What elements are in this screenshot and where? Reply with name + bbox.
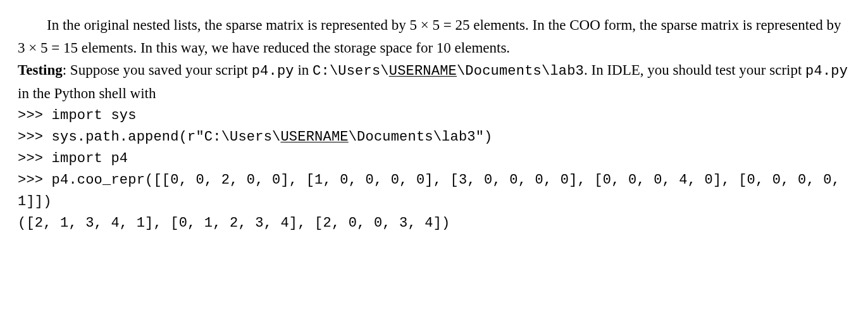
path-username: USERNAME	[389, 63, 457, 79]
path-post: \Documents\lab3	[457, 63, 584, 79]
testing-text-3: . In IDLE, you should test your script	[584, 62, 805, 78]
testing-paragraph: Testing: Suppose you saved your script p…	[18, 59, 850, 105]
script-name-2: p4.py	[805, 63, 848, 79]
intro-paragraph: In the original nested lists, the sparse…	[18, 14, 850, 59]
testing-text-1: : Suppose you saved your script	[63, 62, 252, 78]
code-line-2-user: USERNAME	[280, 129, 348, 145]
testing-text-4: in the Python shell with	[18, 85, 156, 101]
code-line-1: >>> import sys	[18, 105, 850, 127]
code-line-2-pre: >>> sys.path.append(r"C:\Users\	[18, 129, 280, 145]
code-line-3: >>> import p4	[18, 148, 850, 170]
code-line-5: ([2, 1, 3, 4, 1], [0, 1, 2, 3, 4], [2, 0…	[18, 213, 850, 234]
code-line-2: >>> sys.path.append(r"C:\Users\USERNAME\…	[18, 127, 850, 148]
path-pre: C:\Users\	[313, 63, 389, 79]
code-line-4: >>> p4.coo_repr([[0, 0, 2, 0, 0], [1, 0,…	[18, 170, 850, 213]
testing-label: Testing	[18, 62, 63, 78]
testing-text-2: in	[294, 62, 313, 78]
script-name-1: p4.py	[252, 63, 294, 79]
code-line-2-post: \Documents\lab3")	[349, 129, 493, 145]
